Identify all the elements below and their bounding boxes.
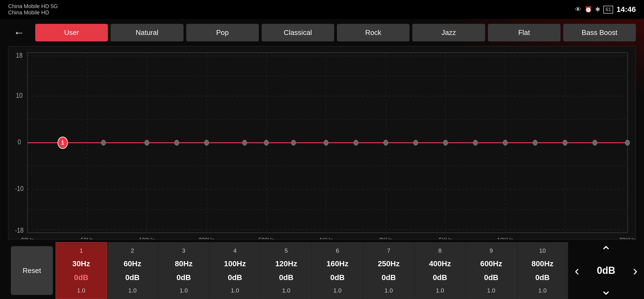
svg-point-35 — [291, 140, 296, 145]
svg-text:1KHz: 1KHz — [320, 236, 333, 239]
reset-container: Reset — [8, 242, 56, 299]
right-controls: ⌃ ‹ 0dB › ⌄ — [568, 242, 644, 299]
status-bar: China Mobile HD 5G China Mobile HD 👁 ⏰ ✱… — [0, 0, 644, 19]
eq-chart-svg: 18 10 0 -10 -18 — [8, 46, 636, 239]
svg-point-33 — [242, 140, 247, 145]
band-6-q: 1.0 — [333, 287, 342, 294]
band-7-freq: 250Hz — [378, 259, 400, 268]
band-8-number: 8 — [438, 247, 442, 254]
preset-tab-jazz[interactable]: Jazz — [412, 24, 485, 41]
band-4-freq: 100Hz — [224, 259, 246, 268]
band-1-db: 0dB — [74, 273, 88, 282]
svg-point-31 — [175, 140, 179, 145]
band-1-q: 1.0 — [77, 287, 85, 294]
band-cell-8[interactable]: 8400Hz0dB1.0 — [414, 242, 466, 299]
db-down-button[interactable]: ⌄ — [594, 282, 618, 298]
carrier1-label: China Mobile HD 5G — [8, 3, 58, 9]
prev-band-button[interactable]: ‹ — [568, 262, 586, 280]
svg-point-45 — [593, 140, 597, 145]
preset-tab-rock[interactable]: Rock — [337, 24, 410, 41]
band-2-number: 2 — [131, 247, 134, 254]
main-content: ← UserNaturalPopClassicalRockJazzFlatBas… — [0, 19, 644, 299]
lr-controls: ‹ 0dB › — [568, 262, 644, 280]
svg-point-44 — [563, 140, 567, 145]
svg-point-40 — [443, 140, 448, 145]
band-8-q: 1.0 — [436, 287, 444, 294]
battery-indicator: 61 — [603, 6, 613, 14]
band-8-db: 0dB — [433, 273, 447, 282]
band-7-number: 7 — [387, 247, 390, 254]
svg-text:0: 0 — [18, 138, 21, 146]
svg-text:200Hz: 200Hz — [199, 236, 214, 239]
band-5-db: 0dB — [279, 273, 293, 282]
svg-point-30 — [145, 140, 149, 145]
eq-chart[interactable]: 18 10 0 -10 -18 — [8, 46, 636, 239]
svg-text:-18: -18 — [15, 226, 24, 234]
preset-tab-classical[interactable]: Classical — [262, 24, 334, 41]
current-db-display: 0dB — [590, 265, 622, 276]
svg-point-29 — [101, 140, 106, 145]
band-3-q: 1.0 — [179, 287, 188, 294]
band-10-q: 1.0 — [538, 287, 547, 294]
band-cell-3[interactable]: 380Hz0dB1.0 — [158, 242, 209, 299]
reset-button[interactable]: Reset — [11, 246, 53, 295]
band-7-q: 1.0 — [385, 287, 393, 294]
band-cell-7[interactable]: 7250Hz0dB1.0 — [363, 242, 414, 299]
svg-point-43 — [533, 140, 537, 145]
back-button[interactable]: ← — [8, 24, 30, 41]
svg-point-46 — [625, 140, 630, 145]
header-row: ← UserNaturalPopClassicalRockJazzFlatBas… — [0, 19, 644, 46]
status-right: 👁 ⏰ ✱ 61 14:46 — [575, 5, 636, 14]
band-2-db: 0dB — [125, 273, 140, 282]
carrier2-label: China Mobile HD — [8, 9, 58, 16]
svg-point-36 — [324, 140, 328, 145]
svg-text:-10: -10 — [15, 184, 24, 192]
svg-text:100Hz: 100Hz — [139, 236, 155, 239]
db-up-button[interactable]: ⌃ — [594, 243, 618, 259]
band-1-number: 1 — [79, 247, 83, 254]
band-6-freq: 160Hz — [327, 259, 349, 268]
band-cell-5[interactable]: 5120Hz0dB1.0 — [260, 242, 312, 299]
band-5-freq: 120Hz — [275, 259, 297, 268]
band-5-q: 1.0 — [282, 287, 291, 294]
preset-tab-natural[interactable]: Natural — [111, 24, 183, 41]
preset-tabs: UserNaturalPopClassicalRockJazzFlatBass … — [35, 24, 636, 41]
band-cell-10[interactable]: 10800Hz0dB1.0 — [517, 242, 568, 299]
band-cells: 130Hz0dB1.0260Hz0dB1.0380Hz0dB1.04100Hz0… — [56, 242, 568, 299]
band-cell-9[interactable]: 9600Hz0dB1.0 — [466, 242, 517, 299]
band-9-db: 0dB — [484, 273, 498, 282]
band-3-number: 3 — [182, 247, 185, 254]
svg-text:50Hz: 50Hz — [81, 236, 94, 239]
bottom-controls: Reset 130Hz0dB1.0260Hz0dB1.0380Hz0dB1.04… — [0, 242, 644, 299]
band-cell-4[interactable]: 4100Hz0dB1.0 — [209, 242, 260, 299]
svg-point-38 — [384, 140, 388, 145]
preset-tab-user[interactable]: User — [35, 24, 108, 41]
preset-tab-flat[interactable]: Flat — [488, 24, 561, 41]
svg-text:10: 10 — [16, 91, 23, 99]
band-6-db: 0dB — [330, 273, 345, 282]
svg-point-32 — [204, 140, 209, 145]
preset-tab-bassboost[interactable]: Bass Boost — [563, 24, 636, 41]
band-10-db: 0dB — [535, 273, 550, 282]
band-4-q: 1.0 — [231, 287, 239, 294]
next-band-button[interactable]: › — [626, 262, 644, 280]
preset-tab-pop[interactable]: Pop — [186, 24, 259, 41]
svg-point-39 — [414, 140, 418, 145]
band-4-db: 0dB — [228, 273, 242, 282]
band-2-q: 1.0 — [128, 287, 137, 294]
band-cell-6[interactable]: 6160Hz0dB1.0 — [312, 242, 363, 299]
svg-text:20Hz: 20Hz — [21, 236, 34, 239]
band-1-freq: 30Hz — [72, 259, 90, 268]
svg-text:500Hz: 500Hz — [259, 236, 274, 239]
svg-point-42 — [503, 140, 507, 145]
band-cell-1[interactable]: 130Hz0dB1.0 — [56, 242, 107, 299]
band-6-number: 6 — [336, 247, 339, 254]
band-2-freq: 60Hz — [124, 259, 141, 268]
svg-text:10KHz: 10KHz — [497, 236, 513, 239]
time-display: 14:46 — [616, 5, 636, 14]
band-cell-2[interactable]: 260Hz0dB1.0 — [107, 242, 158, 299]
carrier-info: China Mobile HD 5G China Mobile HD — [8, 3, 58, 16]
band-9-number: 9 — [490, 247, 493, 254]
alarm-icon: ⏰ — [585, 6, 592, 13]
svg-point-41 — [473, 140, 478, 145]
